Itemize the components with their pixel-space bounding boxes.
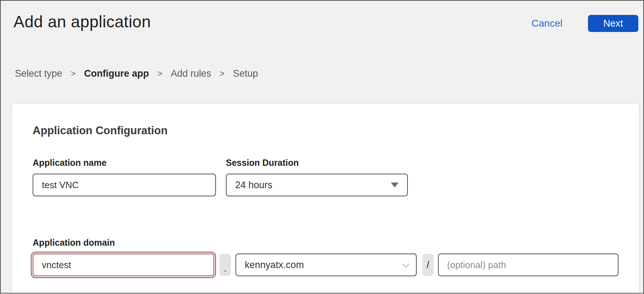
breadcrumb: Select type > Configure app > Add rules … bbox=[15, 68, 258, 79]
chevron-down-icon bbox=[402, 260, 409, 268]
domain-select[interactable]: kennyatx.com bbox=[235, 254, 416, 276]
application-name-label: Application name bbox=[33, 158, 216, 168]
slash-separator-label: / bbox=[427, 260, 429, 271]
header-actions: Cancel Next bbox=[532, 15, 638, 32]
page: Add an application Cancel Next Select ty… bbox=[0, 0, 644, 294]
cancel-button[interactable]: Cancel bbox=[532, 18, 562, 29]
session-duration-select[interactable]: 24 hours bbox=[226, 174, 408, 196]
subdomain-input[interactable] bbox=[33, 254, 214, 276]
next-button[interactable]: Next bbox=[588, 15, 638, 32]
application-domain-row: . kennyatx.com / bbox=[33, 254, 618, 276]
triangle-down-icon bbox=[391, 183, 399, 187]
slash-separator: / bbox=[422, 254, 434, 276]
domain-select-value: kennyatx.com bbox=[245, 260, 304, 271]
breadcrumb-step-configure-app[interactable]: Configure app bbox=[84, 68, 149, 79]
name-duration-row: Application name Session Duration 24 hou… bbox=[33, 158, 618, 196]
application-name-field: Application name bbox=[33, 158, 216, 196]
section-title: Application Configuration bbox=[33, 124, 618, 137]
application-configuration-card: Application Configuration Application na… bbox=[11, 103, 640, 294]
session-duration-value: 24 hours bbox=[235, 180, 272, 191]
breadcrumb-separator: > bbox=[220, 69, 224, 78]
breadcrumb-step-setup[interactable]: Setup bbox=[233, 68, 258, 79]
breadcrumb-step-add-rules[interactable]: Add rules bbox=[171, 68, 211, 79]
session-duration-label: Session Duration bbox=[226, 158, 408, 168]
breadcrumb-step-select-type[interactable]: Select type bbox=[15, 68, 62, 79]
breadcrumb-separator: > bbox=[71, 69, 76, 78]
page-title: Add an application bbox=[13, 12, 151, 31]
header: Add an application Cancel Next bbox=[13, 11, 638, 32]
application-name-input[interactable] bbox=[33, 174, 216, 196]
path-input[interactable] bbox=[438, 254, 618, 276]
application-domain-field: Application domain . kennyatx.com / bbox=[33, 238, 618, 276]
dot-separator: . bbox=[220, 254, 231, 276]
session-duration-field: Session Duration 24 hours bbox=[226, 158, 408, 196]
dot-separator-label: . bbox=[224, 263, 227, 274]
application-domain-label: Application domain bbox=[33, 238, 618, 248]
breadcrumb-separator: > bbox=[157, 69, 162, 78]
